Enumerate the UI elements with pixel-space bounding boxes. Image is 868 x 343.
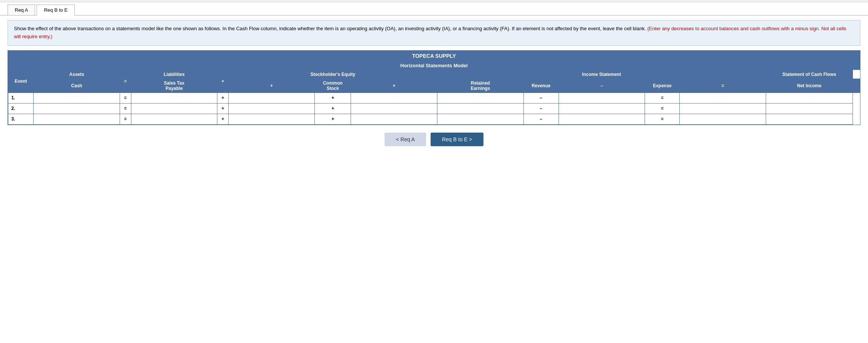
op-eq-3-3: = (645, 114, 680, 124)
sales-tax-input-1[interactable] (131, 93, 217, 103)
cash-flows-subheader (853, 79, 860, 93)
header-row-1: Event Assets = Liabilities + Stockholder… (8, 70, 860, 79)
table-row: 2. = + + – = (8, 103, 860, 114)
common-stock-input-1[interactable] (228, 93, 315, 103)
plus-header-1: + (217, 70, 229, 93)
net-income-input-2[interactable] (680, 103, 766, 114)
tab-req-b-to-e[interactable]: Req B to E (37, 5, 75, 15)
op-plus-2-2: + (315, 103, 351, 114)
op-eq-1: = (120, 93, 131, 103)
op-plus-1-3: + (217, 114, 229, 124)
common-stock-input-3[interactable] (228, 114, 315, 124)
event-label-1: 1. (8, 93, 34, 103)
expense-input-1[interactable] (559, 93, 645, 103)
op-eq-3-2: = (645, 103, 680, 114)
op-minus-1: – (523, 93, 559, 103)
cash-flows-header: Statement of Cash Flows (766, 70, 853, 79)
common-stock-subheader: CommonStock (315, 79, 351, 93)
retained-earnings-input-3[interactable] (351, 114, 437, 124)
liabilities-header: Liabilities (131, 70, 217, 79)
assets-header: Assets (34, 70, 120, 79)
cash-input-3[interactable] (34, 114, 120, 124)
retained-earnings-subheader: RetainedEarnings (437, 79, 524, 93)
net-income-input-1[interactable] (680, 93, 766, 103)
table-row: 1. = + + – = (8, 93, 860, 103)
retained-earnings-input-2[interactable] (351, 103, 437, 114)
table-subtitle: Horizontal Statements Model (8, 61, 860, 70)
op-plus-2-1: + (315, 93, 351, 103)
equals-3-subheader: = (680, 79, 766, 93)
equals-header-1: = (120, 70, 131, 93)
event-header: Event (8, 70, 34, 93)
header-row-2: Cash Sales TaxPayable + CommonStock + Re… (8, 79, 860, 93)
common-stock-input-2[interactable] (228, 103, 315, 114)
expense-subheader: Expense (645, 79, 680, 93)
next-button[interactable]: Req B to E > (431, 133, 483, 146)
sales-tax-input-3[interactable] (131, 114, 217, 124)
cash-input-1[interactable] (34, 93, 120, 103)
plus-2-subheader: + (228, 79, 315, 93)
minus-subheader: – (559, 79, 645, 93)
table-row: 3. = + + – = (8, 114, 860, 124)
table-title: TOPECA SUPPLY (8, 51, 860, 61)
op-plus-1-2: + (217, 103, 229, 114)
sales-tax-payable-subheader: Sales TaxPayable (131, 79, 217, 93)
op-plus-1-1: + (217, 93, 229, 103)
prev-button[interactable]: < Req A (385, 133, 426, 146)
cash-flows-input-1[interactable] (766, 93, 853, 103)
op-eq-3-1: = (645, 93, 680, 103)
tab-bar: Req A Req B to E (0, 2, 868, 15)
op-plus-2-3: + (315, 114, 351, 124)
revenue-input-2[interactable] (437, 103, 524, 114)
instruction-box: Show the effect of the above transaction… (8, 20, 860, 46)
cash-flows-input-3[interactable] (766, 114, 853, 124)
statements-table-wrapper: TOPECA SUPPLY Horizontal Statements Mode… (8, 50, 860, 125)
cash-input-2[interactable] (34, 103, 120, 114)
revenue-input-3[interactable] (437, 114, 524, 124)
stockholders-equity-header: Stockholder's Equity (228, 70, 437, 79)
plus-3-subheader: + (351, 79, 437, 93)
op-eq-2: = (120, 103, 131, 114)
net-income-input-3[interactable] (680, 114, 766, 124)
net-income-subheader: Net Income (766, 79, 853, 93)
sales-tax-input-2[interactable] (131, 103, 217, 114)
cash-subheader: Cash (34, 79, 120, 93)
op-minus-3: – (523, 114, 559, 124)
income-statement-header: Income Statement (437, 70, 766, 79)
horizontal-statements-table: Event Assets = Liabilities + Stockholder… (8, 70, 860, 125)
op-minus-2: – (523, 103, 559, 114)
cash-flows-input-2[interactable] (766, 103, 853, 114)
revenue-input-1[interactable] (437, 93, 524, 103)
op-eq-3: = (120, 114, 131, 124)
revenue-subheader: Revenue (523, 79, 559, 93)
retained-earnings-input-1[interactable] (351, 93, 437, 103)
event-label-3: 3. (8, 114, 34, 124)
expense-input-2[interactable] (559, 103, 645, 114)
expense-input-3[interactable] (559, 114, 645, 124)
tab-req-a[interactable]: Req A (8, 5, 35, 15)
event-label-2: 2. (8, 103, 34, 114)
nav-buttons: < Req A Req B to E > (0, 133, 868, 146)
